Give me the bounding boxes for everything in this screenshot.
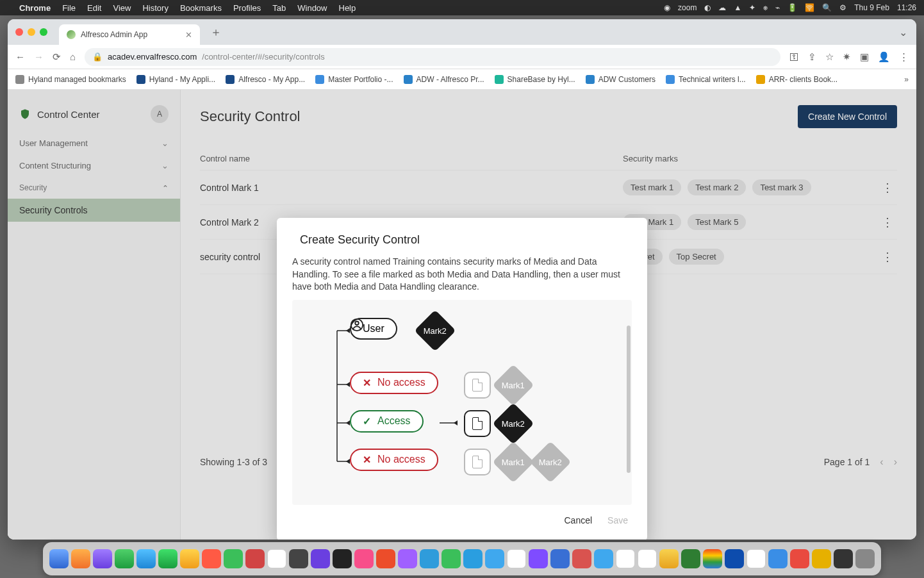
dock-app-icon[interactable] xyxy=(594,549,613,568)
bookmark-item[interactable]: Hyland - My Appli... xyxy=(136,75,215,84)
dock-app-icon[interactable] xyxy=(267,549,286,568)
dock-app-icon[interactable] xyxy=(681,549,700,568)
diagram-no-access-node: ✕ No access xyxy=(350,449,438,471)
menu-window[interactable]: Window xyxy=(297,3,327,13)
menu-edit[interactable]: Edit xyxy=(87,3,101,13)
control-center-icon[interactable]: ⚙︎ xyxy=(839,3,846,12)
dock-app-icon[interactable] xyxy=(725,549,744,568)
dock-app-icon[interactable] xyxy=(71,549,90,568)
minimize-window-button[interactable] xyxy=(28,28,35,36)
dock-app-icon[interactable] xyxy=(245,549,265,568)
bookmark-item[interactable]: ShareBase by Hyl... xyxy=(495,75,575,84)
kebab-menu-icon[interactable]: ⋮ xyxy=(899,51,909,63)
dock-app-icon[interactable] xyxy=(202,549,221,568)
menu-profiles[interactable]: Profiles xyxy=(233,3,261,13)
dock-app-icon[interactable] xyxy=(93,549,112,568)
check-icon: ✓ xyxy=(363,415,371,427)
dock-app-icon[interactable] xyxy=(289,549,308,568)
save-button[interactable]: Save xyxy=(607,515,628,525)
dock-app-icon[interactable] xyxy=(180,549,199,568)
dock-app-icon[interactable] xyxy=(855,549,875,568)
zoom-label[interactable]: zoom xyxy=(678,3,697,12)
dock-app-icon[interactable] xyxy=(529,549,548,568)
bookmark-item[interactable]: Alfresco - My App... xyxy=(226,75,305,84)
bookmark-item[interactable]: ADW - Alfresco Pr... xyxy=(404,75,484,84)
record-icon[interactable]: ◉ xyxy=(664,3,670,12)
bookmark-item[interactable]: ARR- clients Book... xyxy=(756,75,837,84)
status-icon[interactable]: ⌁ xyxy=(775,3,780,12)
dock-app-icon[interactable] xyxy=(550,549,570,568)
close-window-button[interactable] xyxy=(15,28,23,36)
wifi-icon[interactable]: 🛜 xyxy=(805,3,814,12)
menubar-time[interactable]: 11:26 xyxy=(897,3,916,12)
menu-bookmarks[interactable]: Bookmarks xyxy=(180,3,222,13)
dock-app-icon[interactable] xyxy=(115,549,134,568)
dock-app-icon[interactable] xyxy=(311,549,330,568)
reload-button[interactable]: ⟳ xyxy=(53,51,61,63)
dock-app-icon[interactable] xyxy=(136,549,156,568)
battery-icon[interactable]: 🔋 xyxy=(788,3,797,12)
bookmark-item[interactable]: Technical writers l... xyxy=(666,75,746,84)
menu-view[interactable]: View xyxy=(113,3,131,13)
status-icon[interactable]: ☁︎ xyxy=(718,3,726,12)
sidepanel-icon[interactable]: ▣ xyxy=(860,51,869,63)
dock-app-icon[interactable] xyxy=(703,549,722,568)
dock-app-icon[interactable] xyxy=(420,549,439,568)
tab-bar: Alfresco Admin App ✕ ＋ ⌄ xyxy=(8,19,916,45)
dock-app-icon[interactable] xyxy=(376,549,395,568)
dock-app-icon[interactable] xyxy=(333,549,352,568)
cancel-button[interactable]: Cancel xyxy=(564,515,592,525)
zoom-window-button[interactable] xyxy=(40,28,47,36)
bookmark-star-icon[interactable]: ☆ xyxy=(825,51,834,63)
profile-icon[interactable]: 👤 xyxy=(878,51,890,63)
dock-app-icon[interactable] xyxy=(224,549,243,568)
home-button[interactable]: ⌂ xyxy=(70,51,76,63)
menubar-date[interactable]: Thu 9 Feb xyxy=(854,3,889,12)
dock-app-icon[interactable] xyxy=(507,549,526,568)
menu-help[interactable]: Help xyxy=(339,3,356,13)
dock-app-icon[interactable] xyxy=(747,549,766,568)
dock-app-icon[interactable] xyxy=(49,549,69,568)
dock-app-icon[interactable] xyxy=(485,549,504,568)
dock-app-icon[interactable] xyxy=(398,549,417,568)
status-icon[interactable]: ✦ xyxy=(749,3,755,12)
back-button[interactable]: ← xyxy=(15,51,25,63)
bookmarks-overflow-icon[interactable]: » xyxy=(904,75,909,84)
dock-app-icon[interactable] xyxy=(790,549,809,568)
menubar-app[interactable]: Chrome xyxy=(19,3,51,13)
bookmark-item[interactable]: Master Portfolio -... xyxy=(315,75,393,84)
menu-file[interactable]: File xyxy=(62,3,76,13)
dock-app-icon[interactable] xyxy=(638,549,657,568)
dock-app-icon[interactable] xyxy=(463,549,483,568)
extensions-icon[interactable]: ✷ xyxy=(843,51,851,63)
dock-app-icon[interactable] xyxy=(834,549,853,568)
scrollbar[interactable] xyxy=(627,326,631,473)
close-tab-icon[interactable]: ✕ xyxy=(185,30,192,40)
browser-tab[interactable]: Alfresco Admin App ✕ xyxy=(59,24,200,45)
status-icon[interactable]: ▲ xyxy=(734,3,741,12)
share-icon[interactable]: ⇪ xyxy=(808,51,816,63)
forward-button[interactable]: → xyxy=(34,51,44,63)
dock-app-icon[interactable] xyxy=(812,549,831,568)
dock-app-icon[interactable] xyxy=(441,549,461,568)
new-tab-button[interactable]: ＋ xyxy=(210,24,222,40)
dock-app-icon[interactable] xyxy=(768,549,788,568)
bookmark-item[interactable]: ADW Customers xyxy=(586,75,656,84)
dock-app-icon[interactable] xyxy=(158,549,177,568)
menu-history[interactable]: History xyxy=(142,3,168,13)
menu-tab[interactable]: Tab xyxy=(272,3,286,13)
status-icon[interactable]: ⎈ xyxy=(763,3,768,12)
bookmark-item[interactable]: Hyland managed bookmarks xyxy=(15,75,126,84)
status-icon[interactable]: ◐ xyxy=(704,3,711,12)
diagram-user-node: User xyxy=(350,318,397,340)
dock-app-icon[interactable] xyxy=(616,549,635,568)
diagram-file-icon xyxy=(464,372,491,399)
search-icon[interactable]: 🔍 xyxy=(822,3,832,12)
dock-app-icon[interactable] xyxy=(659,549,679,568)
tabs-dropdown-icon[interactable]: ⌄ xyxy=(899,26,907,38)
dock-app-icon[interactable] xyxy=(354,549,374,568)
user-icon xyxy=(350,318,364,332)
omnibox[interactable]: 🔒 acadev.envalfresco.com/control-center/… xyxy=(85,48,780,66)
password-icon[interactable]: ⚿ xyxy=(789,51,799,63)
dock-app-icon[interactable] xyxy=(572,549,591,568)
